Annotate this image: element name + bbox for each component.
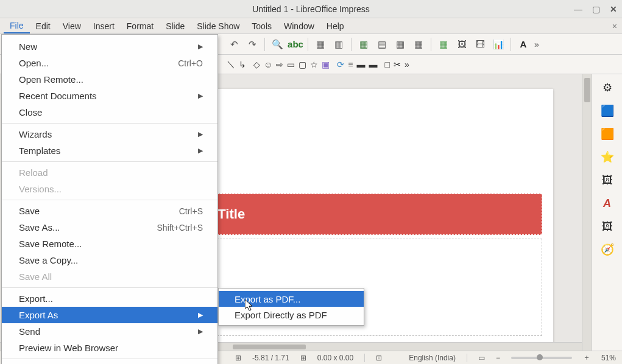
flowchart-icon[interactable]: ▢ [299, 60, 306, 69]
3d-icon[interactable]: ▣ [322, 60, 330, 69]
crop-icon[interactable]: ✂ [394, 60, 401, 69]
export-as-submenu: Export as PDF...Export Directly as PDF [218, 288, 364, 326]
export-submenu-export-as-pdf[interactable]: Export as PDF... [219, 291, 364, 307]
find-icon[interactable]: 🔍 [270, 37, 284, 52]
file-menu-export-as[interactable]: Export As▶ [2, 307, 217, 323]
zoom-level[interactable]: 51% [601, 354, 616, 362]
insert-table-icon[interactable]: ▦ [436, 37, 451, 52]
rotate-icon[interactable]: ⟳ [337, 60, 344, 69]
status-language[interactable]: English (India) [409, 354, 456, 362]
file-menu-save-a-copy[interactable]: Save a Copy... [2, 252, 217, 268]
menubar: File Edit View Insert Format Slide Slide… [0, 18, 622, 34]
window-titlebar: Untitled 1 - LibreOffice Impress — ▢ ✕ [0, 0, 622, 18]
minimize-button[interactable]: — [574, 4, 582, 14]
file-menu-save-remote[interactable]: Save Remote... [2, 236, 217, 252]
file-menu-save[interactable]: SaveCtrl+S [2, 203, 217, 219]
menu-format[interactable]: Format [121, 19, 160, 33]
line-icon[interactable]: ＼ [227, 59, 235, 70]
file-menu-open[interactable]: Open...Ctrl+O [2, 55, 217, 71]
menu-help[interactable]: Help [320, 19, 350, 33]
menu-insert[interactable]: Insert [87, 19, 121, 33]
file-menu-save-as[interactable]: Save As...Shift+Ctrl+S [2, 219, 217, 236]
file-menu-preview-in-web-browser[interactable]: Preview in Web Browser [2, 340, 217, 356]
navigator-icon[interactable]: 🧭 [599, 241, 616, 258]
file-menu-wizards[interactable]: Wizards▶ [2, 126, 217, 142]
styles-icon[interactable]: A [599, 195, 616, 212]
toolbar-icon[interactable]: ▥ [331, 37, 346, 52]
menu-slide[interactable]: Slide [160, 19, 191, 33]
smiley-icon[interactable]: ☺ [264, 60, 272, 69]
redo-icon[interactable]: ↷ [245, 37, 260, 52]
window-title: Untitled 1 - LibreOffice Impress [252, 4, 370, 14]
export-submenu-export-directly-as-pdf[interactable]: Export Directly as PDF [219, 307, 364, 323]
spellcheck-icon[interactable]: abc [288, 37, 303, 52]
arrange-icon[interactable]: ▬ [356, 60, 365, 69]
new-slide-icon[interactable]: ▦ [356, 37, 371, 52]
image-icon[interactable]: 🖼 [599, 218, 616, 235]
status-coords: -5.81 / 1.71 [252, 354, 289, 362]
file-menu-send[interactable]: Send▶ [2, 323, 217, 340]
connector-icon[interactable]: ↳ [239, 60, 246, 69]
sidebar-rail: ⚙ 🟦 🟧 ⭐ 🖼 A 🖼 🧭 [592, 74, 622, 351]
file-menu-export[interactable]: Export... [2, 290, 217, 307]
menu-tools[interactable]: Tools [246, 19, 278, 33]
file-menu-versions: Versions... [2, 181, 217, 197]
file-menu-print[interactable]: Print...Ctrl+P [2, 362, 217, 364]
status-size: 0.00 x 0.00 [317, 354, 353, 362]
arrow-shapes-icon[interactable]: ⇨ [276, 60, 283, 69]
file-menu-new[interactable]: New▶ [2, 38, 217, 55]
file-menu-save-all: Save All [2, 268, 217, 285]
file-menu-reload: Reload [2, 164, 217, 181]
layout-icon[interactable]: ▤ [375, 37, 389, 52]
file-menu-recent-documents[interactable]: Recent Documents▶ [2, 88, 217, 104]
file-menu-close[interactable]: Close [2, 104, 217, 121]
menu-window[interactable]: Window [278, 19, 320, 33]
grid-icon[interactable]: ▦ [313, 37, 328, 52]
shadow-icon[interactable]: □ [384, 60, 389, 69]
menu-edit[interactable]: Edit [30, 19, 57, 33]
favorites-icon[interactable]: ⭐ [599, 149, 616, 166]
menu-file[interactable]: File [4, 19, 30, 33]
insert-media-icon[interactable]: 🎞 [473, 37, 487, 52]
align-icon[interactable]: ≡ [348, 60, 353, 69]
insert-chart-icon[interactable]: 📊 [491, 37, 506, 52]
zoom-slider[interactable] [511, 357, 572, 359]
drawbar-overflow-icon[interactable]: » [405, 60, 409, 69]
vertical-scrollbar[interactable] [582, 74, 592, 351]
star-icon[interactable]: ☆ [310, 60, 318, 69]
undo-icon[interactable]: ↶ [227, 37, 241, 52]
properties-icon[interactable]: ⚙ [599, 79, 616, 96]
file-menu-dropdown: New▶Open...Ctrl+OOpen Remote...Recent Do… [1, 34, 218, 364]
distribute-icon[interactable]: ▬ [369, 60, 377, 69]
gallery-icon[interactable]: 🟧 [599, 125, 616, 142]
master-icon[interactable]: 🖼 [599, 172, 616, 189]
insert-image-icon[interactable]: 🖼 [454, 37, 469, 52]
toolbar-icon[interactable]: ▦ [393, 37, 408, 52]
menu-view[interactable]: View [57, 19, 87, 33]
menu-slide-show[interactable]: Slide Show [191, 19, 246, 33]
document-close-icon[interactable]: × [612, 21, 617, 31]
maximize-button[interactable]: ▢ [592, 4, 600, 14]
file-menu-templates[interactable]: Templates▶ [2, 142, 217, 159]
text-icon[interactable]: A [516, 37, 531, 52]
close-button[interactable]: ✕ [610, 4, 617, 14]
file-menu-open-remote[interactable]: Open Remote... [2, 71, 217, 88]
toolbar-icon[interactable]: ▦ [411, 37, 426, 52]
slide-panel-icon[interactable]: 🟦 [599, 102, 616, 119]
window-controls: — ▢ ✕ [574, 0, 617, 18]
basic-shapes-icon[interactable]: ◇ [253, 60, 260, 69]
fit-slide-icon[interactable]: ▭ [478, 354, 485, 362]
callout-icon[interactable]: ▭ [287, 60, 295, 69]
toolbar-overflow-icon[interactable]: » [534, 40, 539, 49]
